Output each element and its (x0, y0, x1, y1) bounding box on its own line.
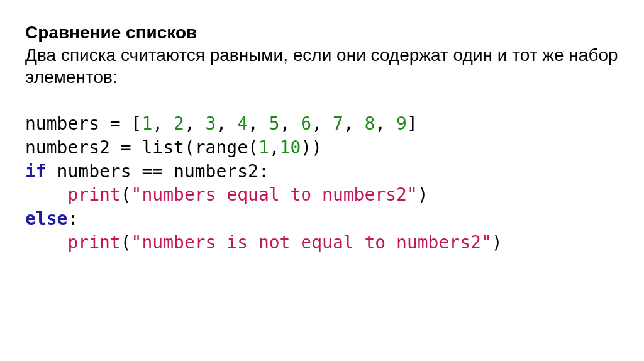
num-literal: 3 (206, 113, 216, 134)
comma: , (375, 113, 396, 134)
string-literal: "numbers equal to numbers2" (131, 184, 418, 205)
colon: : (258, 161, 269, 182)
slide: Сравнение списков Два списка считаются р… (0, 0, 644, 277)
num-literal: 7 (333, 113, 343, 134)
space (47, 161, 57, 182)
comma: , (269, 137, 280, 158)
comma: , (311, 113, 333, 134)
num-literal: 5 (269, 113, 280, 134)
comma: , (280, 113, 301, 134)
code-line-5: else: (25, 208, 78, 229)
code-line-2: numbers2 = list(range(1,10)) (25, 137, 322, 158)
comma: , (248, 113, 269, 134)
code-line-1: numbers = [1, 2, 3, 4, 5, 6, 7, 8, 9] (25, 113, 418, 134)
num-literal: 1 (258, 137, 269, 158)
paren-close: ) (492, 232, 502, 253)
subheading: Два списка считаются равными, если они с… (25, 44, 619, 88)
num-literal: 9 (396, 113, 407, 134)
colon: : (67, 208, 78, 229)
comma: , (152, 113, 174, 134)
assign-op: = (110, 137, 142, 158)
func-list: list (142, 137, 184, 158)
func-print: print (67, 232, 120, 253)
paren-open: ( (248, 137, 258, 158)
paren-open: ( (121, 232, 131, 253)
code-line-6: print("numbers is not equal to numbers2"… (25, 232, 502, 253)
code-block: numbers = [1, 2, 3, 4, 5, 6, 7, 8, 9] nu… (25, 112, 619, 255)
keyword-else: else (25, 208, 67, 229)
var-numbers: numbers (25, 113, 99, 134)
bracket-open: [ (131, 113, 142, 134)
code-line-3: if numbers == numbers2: (25, 161, 269, 182)
num-literal: 6 (301, 113, 311, 134)
keyword-if: if (25, 161, 47, 182)
var-numbers2: numbers2 (174, 161, 258, 182)
num-literal: 10 (280, 137, 301, 158)
comma: , (216, 113, 237, 134)
num-literal: 4 (237, 113, 248, 134)
num-literal: 8 (365, 113, 375, 134)
paren-close: ) (418, 184, 428, 205)
func-range: range (195, 137, 248, 158)
paren-open: ( (184, 137, 195, 158)
paren-close: ) (311, 137, 322, 158)
assign-op: = (99, 113, 131, 134)
var-numbers2: numbers2 (25, 137, 110, 158)
num-literal: 1 (142, 113, 152, 134)
paren-open: ( (121, 184, 131, 205)
code-line-4: print("numbers equal to numbers2") (25, 184, 428, 205)
indent (25, 184, 67, 205)
var-numbers: numbers (57, 161, 131, 182)
bracket-close: ] (407, 113, 418, 134)
eq-eq-op: == (131, 161, 174, 182)
heading: Сравнение списков (25, 23, 619, 43)
indent (25, 232, 67, 253)
paren-close: ) (301, 137, 311, 158)
comma: , (184, 113, 206, 134)
string-literal: "numbers is not equal to numbers2" (131, 232, 492, 253)
num-literal: 2 (174, 113, 184, 134)
comma: , (343, 113, 365, 134)
func-print: print (67, 184, 120, 205)
